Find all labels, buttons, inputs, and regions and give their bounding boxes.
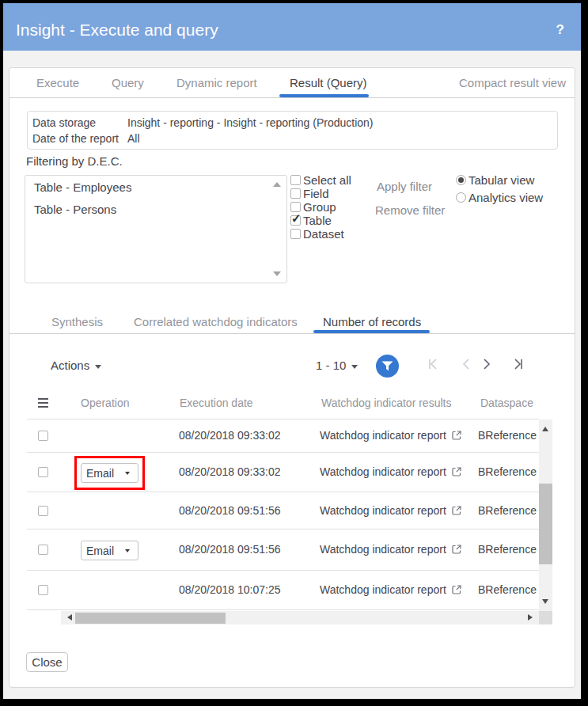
radio-label-tabular-view: Tabular view — [469, 174, 534, 186]
dataspace-cell: BReference — [478, 430, 537, 442]
radio-dot — [458, 177, 464, 183]
scroll-left-icon[interactable] — [67, 614, 72, 621]
watchdog-report-link-text: Watchdog indicator report — [320, 504, 446, 517]
scroll-right-icon[interactable] — [528, 614, 533, 621]
watchdog-report-link[interactable]: Watchdog indicator report — [320, 505, 461, 517]
checkbox-select-all[interactable] — [290, 175, 301, 185]
execution-date-cell: 08/20/2018 09:33:02 — [179, 466, 280, 478]
external-link-icon — [452, 545, 461, 554]
scroll-down-icon[interactable] — [542, 599, 548, 604]
table-row-4: Email08/20/2018 09:51:56Watchdog indicat… — [27, 530, 539, 571]
vertical-scrollbar-thumb[interactable] — [539, 484, 552, 564]
tab-query[interactable]: Query — [112, 77, 144, 89]
watchdog-report-link-text: Watchdog indicator report — [320, 465, 446, 478]
date-of-report-label: Date of the report — [32, 133, 119, 145]
filtering-listbox[interactable]: Table - EmployeesTable - Persons — [25, 175, 287, 283]
radio-label-analytics-view: Analytics view — [469, 192, 543, 203]
dialog-panel: ExecuteQueryDynamic reportResult (Query)… — [9, 67, 575, 688]
horizontal-scrollbar-thumb[interactable] — [75, 613, 226, 624]
horizontal-scrollbar[interactable] — [61, 611, 539, 624]
last-page-button[interactable] — [512, 358, 525, 370]
previous-page-icon — [461, 358, 473, 370]
tab-result-query[interactable]: Result (Query) — [290, 77, 367, 89]
tab-number-of-records[interactable]: Number of records — [323, 316, 421, 328]
listbox-item-table-employees[interactable]: Table - Employees — [34, 181, 131, 193]
table-row-1: 08/20/2018 09:33:02Watchdog indicator re… — [27, 419, 539, 453]
col-header-dataspace: Dataspace — [480, 397, 533, 409]
row-checkbox[interactable] — [38, 431, 48, 441]
tab-correlated-watchdog-indicators[interactable]: Correlated watchdog indicators — [134, 316, 298, 328]
tab-execute[interactable]: Execute — [36, 77, 79, 89]
watchdog-report-link[interactable]: Watchdog indicator report — [320, 466, 461, 478]
operation-select-value: Email — [86, 545, 114, 556]
table-row-3: 08/20/2018 09:51:56Watchdog indicator re… — [27, 492, 539, 530]
checkbox-label-field: Field — [303, 188, 329, 199]
actions-menu-button[interactable]: Actions — [51, 359, 101, 371]
listbox-scroll-up-icon[interactable] — [273, 182, 281, 187]
tab-synthesis[interactable]: Synthesis — [51, 316, 103, 328]
data-storage-value: Insight - reporting - Insight - reportin… — [127, 117, 373, 129]
scrollbar-corner — [539, 611, 552, 624]
table-menu-icon[interactable] — [38, 398, 48, 408]
operation-select[interactable]: Email — [81, 463, 138, 483]
watchdog-report-link[interactable]: Watchdog indicator report — [320, 584, 461, 596]
radio-tabular-view[interactable] — [456, 175, 466, 185]
secondary-tabs-divider — [9, 333, 575, 334]
screenshot-frame: Insight - Execute and query ? ExecuteQue… — [0, 0, 588, 706]
help-button[interactable]: ? — [556, 22, 564, 38]
date-of-report-value: All — [127, 133, 140, 145]
table-row-2: Email08/20/2018 09:33:02Watchdog indicat… — [27, 453, 539, 492]
dataspace-cell: BReference — [478, 505, 537, 517]
apply-filter-link[interactable]: Apply filter — [377, 180, 432, 192]
tab-dynamic-report[interactable]: Dynamic report — [176, 77, 257, 89]
execution-date-cell: 08/20/2018 10:07:25 — [179, 584, 280, 596]
checkbox-label-group: Group — [303, 201, 336, 213]
close-button[interactable]: Close — [26, 652, 68, 672]
row-checkbox[interactable] — [38, 585, 48, 595]
col-header-watchdog: Watchdog indicator results — [321, 397, 451, 409]
filter-button[interactable] — [376, 355, 399, 378]
checkmark-icon: ✓ — [291, 211, 302, 226]
page-range-selector[interactable]: 1 - 10 — [316, 359, 358, 371]
listbox-item-table-persons[interactable]: Table - Persons — [34, 203, 116, 215]
previous-page-button[interactable] — [461, 358, 473, 370]
watchdog-report-link-text: Watchdog indicator report — [320, 583, 446, 596]
col-header-execution-date: Execution date — [180, 397, 253, 409]
row-checkbox[interactable] — [38, 467, 48, 477]
watchdog-report-link[interactable]: Watchdog indicator report — [320, 544, 461, 556]
dataspace-cell: BReference — [478, 544, 537, 556]
checkbox-field[interactable] — [290, 188, 301, 199]
operation-select[interactable]: Email — [81, 541, 138, 560]
data-storage-label: Data storage — [32, 117, 96, 129]
checkbox-label-select-all: Select all — [303, 174, 351, 186]
first-page-button[interactable] — [427, 358, 439, 370]
checkbox-label-table: Table — [303, 214, 332, 226]
next-page-button[interactable] — [480, 358, 492, 370]
watchdog-report-link[interactable]: Watchdog indicator report — [320, 430, 461, 442]
select-caret-icon — [125, 472, 130, 475]
funnel-icon — [376, 355, 399, 378]
checkbox-label-dataset: Dataset — [303, 228, 344, 240]
dataspace-cell: BReference — [478, 584, 537, 596]
table-row-5: 08/20/2018 10:07:25Watchdog indicator re… — [27, 571, 539, 610]
primary-tabs-divider — [9, 97, 575, 98]
radio-analytics-view[interactable] — [456, 192, 466, 203]
checkbox-table[interactable]: ✓ — [290, 215, 301, 226]
scroll-up-icon[interactable] — [542, 427, 548, 431]
row-checkbox[interactable] — [38, 545, 48, 555]
external-link-icon — [452, 585, 461, 594]
first-page-icon — [427, 358, 439, 370]
vertical-scrollbar[interactable] — [539, 419, 552, 611]
tab-compact-result-view[interactable]: Compact result view — [459, 77, 566, 89]
external-link-icon — [452, 467, 461, 476]
operation-select-value: Email — [86, 468, 114, 479]
row-checkbox[interactable] — [38, 506, 48, 516]
external-link-icon — [452, 506, 461, 515]
listbox-scroll-down-icon[interactable] — [273, 271, 281, 276]
actions-caret-icon — [95, 365, 101, 369]
watchdog-report-link-text: Watchdog indicator report — [320, 543, 446, 556]
external-link-icon — [452, 431, 461, 440]
checkbox-dataset[interactable] — [290, 229, 301, 239]
page-range-caret-icon — [351, 365, 358, 369]
remove-filter-link[interactable]: Remove filter — [375, 204, 445, 216]
